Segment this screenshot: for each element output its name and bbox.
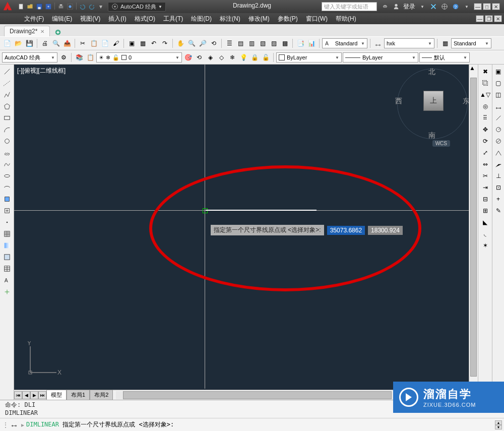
search-input[interactable]: 键入关键字或短语 — [322, 2, 377, 11]
mdi-restore-button[interactable]: ❐ — [485, 15, 493, 22]
explode-icon[interactable]: ✶ — [480, 240, 490, 251]
revcloud-icon[interactable] — [2, 148, 12, 158]
sendtoback-icon[interactable]: ▢ — [493, 78, 503, 88]
menu-edit[interactable]: 编辑(E) — [48, 15, 76, 23]
viewport-label[interactable]: [-][俯视][二维线框] — [17, 67, 66, 75]
menu-format[interactable]: 格式(O) — [131, 15, 159, 23]
tb-matchprop-icon[interactable]: 🖌 — [111, 38, 121, 48]
drawing-canvas[interactable]: [-][俯视][二维线框] 指定第一个尺寸界线原点或 <选择对象>: 35073… — [14, 65, 478, 400]
signin-caret-icon[interactable]: ▼ — [418, 3, 426, 11]
app-logo[interactable] — [0, 0, 15, 13]
xline-icon[interactable] — [2, 78, 12, 88]
tb-zoom-window-icon[interactable]: 🔎 — [198, 38, 208, 48]
gradient-icon[interactable] — [2, 240, 12, 251]
menu-modify[interactable]: 修改(M) — [244, 15, 274, 23]
tb-sheetset-icon[interactable]: ▧ — [258, 38, 268, 48]
tb-designcenter-icon[interactable]: ▤ — [235, 38, 245, 48]
array-icon[interactable]: ⠿ — [480, 113, 490, 123]
menu-help[interactable]: 帮助(H) — [332, 15, 360, 23]
break-icon[interactable]: ⊟ — [480, 194, 490, 204]
menu-dimension[interactable]: 标注(N) — [216, 15, 244, 23]
dim-aligned-icon[interactable] — [493, 113, 503, 123]
tb-paste-icon[interactable]: 📄 — [100, 38, 110, 48]
tb-tablestyle-icon[interactable]: ▦ — [440, 38, 450, 48]
tb-print-icon[interactable]: 🖨 — [40, 38, 50, 48]
tb-zoom-prev-icon[interactable]: ⟲ — [209, 38, 219, 48]
menu-insert[interactable]: 插入(I) — [104, 15, 130, 23]
tab-first-icon[interactable]: ⏮ — [14, 391, 22, 399]
workspace-combo[interactable]: AutoCAD 经典▼ — [2, 52, 57, 63]
copy-icon[interactable]: ⿻ — [480, 78, 490, 88]
dimstyle-combo[interactable]: hxk▼ — [384, 38, 434, 48]
viewcube[interactable]: 上 北 南 东 西 — [397, 69, 468, 139]
vscroll-thumb[interactable] — [470, 78, 477, 376]
table-icon[interactable] — [2, 264, 12, 274]
insert-block-icon[interactable] — [2, 194, 12, 204]
qat-new-icon[interactable] — [17, 3, 25, 11]
layer-iso-icon[interactable]: ◈ — [205, 52, 215, 63]
dynamic-value-y[interactable]: 18300.924 — [368, 226, 403, 235]
viewcube-south[interactable]: 南 — [428, 131, 435, 140]
region-icon[interactable] — [2, 252, 12, 262]
new-tab-icon[interactable] — [54, 28, 62, 36]
move-icon[interactable]: ✥ — [480, 125, 490, 135]
layer-match-icon[interactable]: 🎯 — [183, 52, 193, 63]
layer-combo[interactable]: ☀ ❄ 🔓 0 ▼ — [96, 52, 182, 63]
tab-layout1[interactable]: 布局1 — [67, 390, 90, 400]
point-icon[interactable] — [2, 217, 12, 227]
tablestyle-combo[interactable]: Standard▼ — [451, 38, 491, 48]
layer-prop-icon[interactable]: 📚 — [74, 52, 84, 63]
tb-redo-icon[interactable]: ↷ — [160, 38, 170, 48]
addselected-icon[interactable] — [2, 287, 12, 297]
document-tab-close-icon[interactable]: ✕ — [40, 29, 44, 34]
qat-redo-icon[interactable] — [88, 3, 96, 11]
tb-new-icon[interactable]: 📄 — [2, 38, 12, 48]
layer-states-icon[interactable]: 📋 — [85, 52, 95, 63]
polyline-icon[interactable] — [2, 90, 12, 100]
tb-copy-icon[interactable]: 📋 — [89, 38, 99, 48]
dim-linear-icon[interactable] — [493, 101, 503, 111]
tab-last-icon[interactable]: ⏭ — [38, 391, 46, 399]
viewcube-face[interactable]: 上 — [423, 91, 444, 111]
mtext-icon[interactable]: A — [2, 275, 12, 285]
layer-uniso-icon[interactable]: ◇ — [216, 52, 226, 63]
fillet-icon[interactable]: ◟ — [480, 229, 490, 239]
tab-next-icon[interactable]: ▶ — [30, 391, 38, 399]
tb-cut-icon[interactable]: ✂ — [78, 38, 88, 48]
layer-unlock-icon[interactable]: 🔓 — [261, 52, 271, 63]
qat-save-icon[interactable] — [35, 3, 43, 11]
dim-tolerance-icon[interactable]: ⊡ — [493, 182, 503, 193]
textstyle-combo[interactable]: A Standard▼ — [322, 38, 367, 48]
workspace-switcher[interactable]: AutoCAD 经典 ▼ — [108, 2, 166, 12]
close-button[interactable]: ✕ — [492, 3, 500, 10]
menu-tools[interactable]: 工具(T) — [159, 15, 187, 23]
menu-view[interactable]: 视图(V) — [76, 15, 104, 23]
tb-markup-icon[interactable]: ▨ — [269, 38, 279, 48]
chamfer-icon[interactable]: ◣ — [480, 217, 490, 227]
tb-dimstyle-icon[interactable] — [373, 38, 383, 48]
menu-file[interactable]: 文件(F) — [20, 15, 48, 23]
ellipse-icon[interactable] — [2, 171, 12, 181]
wcs-badge[interactable]: WCS — [432, 140, 450, 147]
bringtofront-icon[interactable]: ▣ — [493, 67, 503, 77]
layer-off-icon[interactable]: 💡 — [238, 52, 248, 63]
tb-layerstate-icon[interactable]: 📊 — [306, 38, 317, 48]
tb-preview-icon[interactable]: 🔍 — [51, 38, 61, 48]
help-icon[interactable]: ? — [452, 3, 460, 11]
qat-dropdown-icon[interactable]: ▾ — [97, 3, 105, 11]
tb-calc-icon[interactable]: ▩ — [280, 38, 290, 48]
vscroll-up-icon[interactable]: ▲ — [469, 65, 478, 72]
offset-icon[interactable]: ◎ — [480, 101, 490, 111]
tb-save-icon[interactable]: 💾 — [24, 38, 34, 48]
line-icon[interactable] — [2, 67, 12, 77]
tb-block-icon[interactable]: ▣ — [127, 38, 137, 48]
qat-print-icon[interactable] — [57, 3, 65, 11]
tb-open-icon[interactable]: 📂 — [13, 38, 23, 48]
dim-diameter-icon[interactable] — [493, 136, 503, 146]
tb-toolpalette-icon[interactable]: ▥ — [246, 38, 257, 48]
mirror-icon[interactable]: ▲▽ — [480, 90, 490, 100]
vertical-scrollbar[interactable]: ▲ ▼ — [469, 65, 478, 390]
hscroll-thumb[interactable] — [123, 391, 392, 399]
minimize-button[interactable]: — — [474, 3, 482, 10]
dim-leader-icon[interactable] — [493, 159, 503, 169]
